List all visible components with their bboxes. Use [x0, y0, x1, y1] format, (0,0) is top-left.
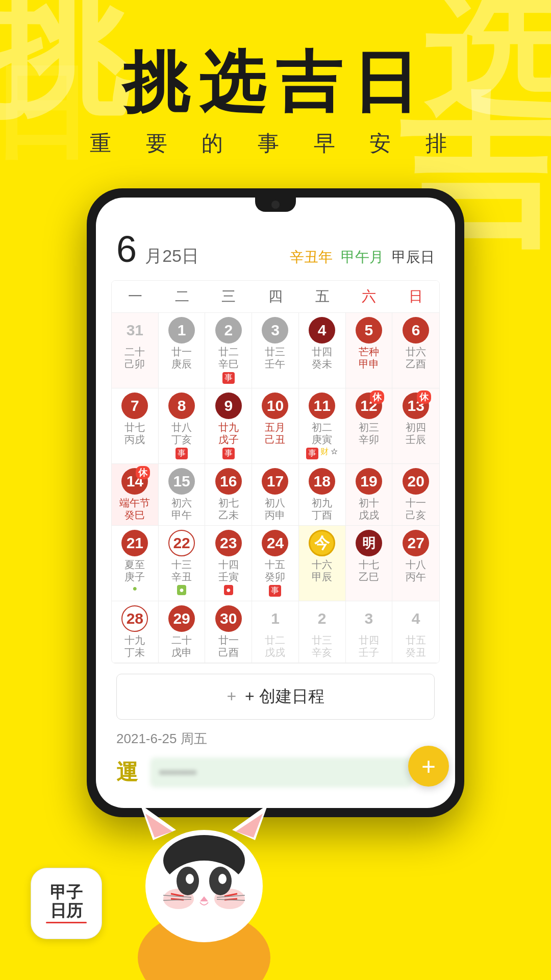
day-5: 5: [356, 317, 382, 344]
cal-cell-19[interactable]: 19 初十戊戌: [346, 464, 393, 526]
day-15-lunar: 初六甲午: [171, 497, 192, 521]
day-23-badge: ●: [224, 585, 233, 595]
day-12-lunar: 初三辛卯: [359, 421, 379, 446]
cal-cell-1[interactable]: 1 廿一庚辰: [159, 313, 206, 388]
day-31: 31: [121, 317, 148, 344]
phone-notch: [255, 198, 296, 212]
day-27: 27: [403, 530, 429, 556]
day-11: 11: [309, 393, 335, 419]
day-4: 4: [309, 317, 335, 344]
cal-cell-12[interactable]: 12 休 初三辛卯: [346, 388, 393, 464]
day-14-holiday-badge: 休: [136, 466, 150, 479]
weekday-tue: 二: [159, 281, 206, 312]
cal-cell-26[interactable]: 明 十七乙巳: [346, 526, 393, 601]
cal-cell-next-2[interactable]: 2 廿三辛亥: [299, 601, 346, 663]
day-2-badge: 事: [222, 372, 235, 384]
day-3: 3: [262, 317, 288, 344]
day-30: 30: [215, 605, 242, 632]
day-22-lunar: 十三辛丑: [171, 558, 192, 583]
svg-point-14: [186, 874, 194, 884]
cal-cell-22[interactable]: 22 十三辛丑 ●: [159, 526, 206, 601]
day-2-lunar: 廿二辛巳: [218, 346, 239, 370]
cal-cell-20[interactable]: 20 十一己亥: [392, 464, 439, 526]
cal-cell-11[interactable]: 11 初二庚寅 事 财 ☆: [299, 388, 346, 464]
cal-cell-4[interactable]: 4 廿四癸未: [299, 313, 346, 388]
cal-cell-14[interactable]: 14 休 端午节癸巳: [112, 464, 159, 526]
app-icon-decoration: [46, 922, 87, 923]
create-schedule-label: + 创建日程: [245, 687, 324, 705]
day-next-3: 3: [356, 605, 382, 632]
cal-cell-8[interactable]: 8 廿八丁亥 事: [159, 388, 206, 464]
cal-cell-7[interactable]: 7 廿七丙戌: [112, 388, 159, 464]
day-5-lunar: 芒种甲申: [359, 346, 379, 370]
day-3-lunar: 廿三壬午: [265, 346, 285, 370]
day-23-lunar: 十四壬寅: [218, 558, 239, 583]
day-11-lunar: 初二庚寅: [312, 421, 332, 446]
cal-cell-30[interactable]: 30 廿一己酉: [205, 601, 252, 663]
day-31-lunar: 二十己卯: [124, 346, 145, 370]
day-25-today: 今: [309, 530, 335, 556]
day-29: 29: [168, 605, 195, 632]
create-schedule-button[interactable]: + + 创建日程: [116, 674, 435, 720]
cal-cell-5[interactable]: 5 芒种甲申: [346, 313, 393, 388]
month-number: 6: [116, 229, 137, 270]
cal-cell-23[interactable]: 23 十四壬寅 ●: [205, 526, 252, 601]
calendar-grid: 一 二 三 四 五 六 日 31: [111, 280, 440, 664]
cal-cell-next-4[interactable]: 4 廿五癸丑: [392, 601, 439, 663]
day-10: 10: [262, 393, 288, 419]
cal-cell-21[interactable]: 21 夏至庚子 ●: [112, 526, 159, 601]
cal-cell-9[interactable]: 9 廿九戊子 事: [205, 388, 252, 464]
day-30-lunar: 廿一己酉: [218, 634, 239, 658]
day-15: 15: [168, 468, 195, 495]
day-20: 20: [403, 468, 429, 495]
day-2: 2: [215, 317, 242, 344]
day-18-lunar: 初九丁酉: [312, 497, 332, 521]
day-next-1-lunar: 廿二戊戌: [265, 634, 285, 658]
day-16-lunar: 初七乙未: [218, 497, 239, 521]
app-icon[interactable]: 甲子 日历: [31, 868, 102, 939]
day-10-lunar: 五月己丑: [265, 421, 285, 446]
main-content: 挑选吉日 重 要 的 事 早 安 排 6 月25日 辛丑年: [0, 0, 551, 817]
cal-cell-3[interactable]: 3 廿三壬午: [252, 313, 299, 388]
weekday-sat: 六: [346, 281, 393, 312]
headline-title: 挑选吉日: [90, 46, 461, 119]
day-1: 1: [168, 317, 195, 344]
cal-cell-13[interactable]: 13 休 初四壬辰: [392, 388, 439, 464]
fab-add-button[interactable]: +: [408, 746, 449, 787]
day-19-lunar: 初十戊戌: [359, 497, 379, 521]
day-28: 28: [121, 605, 148, 632]
day-8: 8: [168, 393, 195, 419]
cal-cell-17[interactable]: 17 初八丙申: [252, 464, 299, 526]
weekday-wed: 三: [205, 281, 252, 312]
day-29-lunar: 二十戊申: [171, 634, 192, 658]
plus-icon: +: [227, 687, 236, 705]
calendar-body: 31 二十己卯 1 廿一庚辰 2 廿二辛巳 事: [112, 313, 439, 663]
cal-cell-24[interactable]: 24 十五癸卯 事: [252, 526, 299, 601]
cal-cell-next-3[interactable]: 3 廿四壬子: [346, 601, 393, 663]
cal-cell-6[interactable]: 6 廿六乙酉: [392, 313, 439, 388]
cal-cell-25-today[interactable]: 今 十六甲辰: [299, 526, 346, 601]
cal-cell-16[interactable]: 16 初七乙未: [205, 464, 252, 526]
day-12-holiday-badge: 休: [370, 390, 384, 404]
day-next-3-lunar: 廿四壬子: [359, 634, 379, 658]
day-7-lunar: 廿七丙戌: [124, 421, 145, 446]
fab-plus-icon: +: [421, 752, 436, 780]
cal-cell-15[interactable]: 15 初六甲午: [159, 464, 206, 526]
day-25-lunar: 十六甲辰: [312, 558, 332, 583]
day-24-lunar: 十五癸卯: [265, 558, 285, 583]
day-18: 18: [309, 468, 335, 495]
cal-cell-18[interactable]: 18 初九丁酉: [299, 464, 346, 526]
cal-cell-31[interactable]: 31 二十己卯: [112, 313, 159, 388]
day-next-2: 2: [309, 605, 335, 632]
weekday-sun: 日: [392, 281, 439, 312]
cal-cell-next-1[interactable]: 1 廿二戊戌: [252, 601, 299, 663]
phone-screen: 6 月25日 辛丑年 甲午月 甲辰日 一: [96, 198, 455, 808]
lunar-info: 辛丑年 甲午月 甲辰日: [290, 248, 435, 267]
cal-cell-10[interactable]: 10 五月己丑: [252, 388, 299, 464]
headline-subtitle: 重 要 的 事 早 安 排: [90, 129, 461, 158]
cal-cell-29[interactable]: 29 二十戊申: [159, 601, 206, 663]
cal-cell-27[interactable]: 27 十八丙午: [392, 526, 439, 601]
day-24: 24: [262, 530, 288, 556]
cal-cell-28[interactable]: 28 十九丁未: [112, 601, 159, 663]
cal-cell-2[interactable]: 2 廿二辛巳 事: [205, 313, 252, 388]
